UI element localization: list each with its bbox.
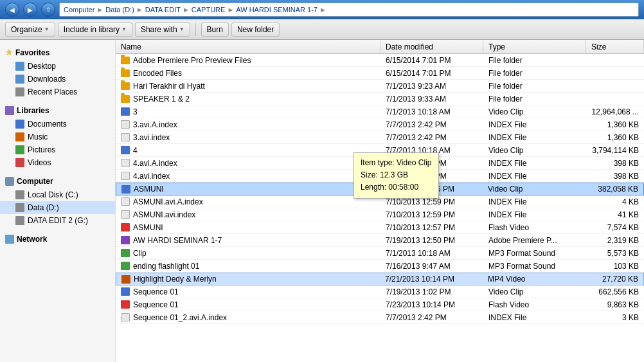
breadcrumb-item[interactable]: Data (D:) <box>105 6 134 14</box>
file-date: 7/7/2013 2:42 PM <box>380 132 483 143</box>
dropdown-arrow-icon: ▼ <box>121 26 127 32</box>
index-icon <box>121 172 130 180</box>
file-row[interactable]: Sequence 017/19/2013 1:02 PMVideo Clip66… <box>116 285 644 298</box>
sidebar-item-data-d[interactable]: Data (D:) <box>0 201 115 214</box>
file-row[interactable]: 37/1/2013 10:18 AMVideo Clip12,964,068 .… <box>116 105 644 118</box>
file-row[interactable]: 3.avi.A.index7/7/2013 2:42 PMINDEX File1… <box>116 118 644 131</box>
libraries-icon <box>5 106 14 115</box>
sidebar-item-data-edit-2-g[interactable]: DATA EDIT 2 (G:) <box>0 214 115 227</box>
mp4-icon <box>121 275 130 284</box>
index-icon <box>121 133 130 141</box>
file-row[interactable]: Sequence 01_2.avi.A.index7/7/2013 2:42 P… <box>116 311 644 324</box>
file-type: INDEX File <box>483 170 586 182</box>
index-icon <box>121 159 130 167</box>
up-button[interactable]: ⇧ <box>41 3 55 17</box>
file-size: 103 KB <box>586 260 644 272</box>
file-date: 7/16/2013 9:47 AM <box>380 260 483 272</box>
drive-g-icon <box>15 216 24 225</box>
file-date: 7/7/2013 2:42 PM <box>380 170 483 182</box>
col-size[interactable]: Size <box>586 40 644 53</box>
sidebar-item-pictures[interactable]: Pictures <box>0 143 115 156</box>
organize-button[interactable]: Organize ▼ <box>5 23 55 37</box>
sidebar-item-local-disk-c[interactable]: Local Disk (C:) <box>0 188 115 201</box>
forward-button[interactable]: ▶ <box>23 3 37 17</box>
sidebar-label: Music <box>28 132 48 141</box>
file-row[interactable]: ASMUNI.avi.index7/10/2013 12:59 PMINDEX … <box>116 208 644 221</box>
desktop-icon <box>15 62 24 71</box>
file-row[interactable]: 4.avi.A.index7/7/2013 2:42 PMINDEX File3… <box>116 157 644 170</box>
breadcrumb-item[interactable]: Computer <box>64 6 94 14</box>
breadcrumb-item[interactable]: AW HARDI SEMINAR 1-7 <box>236 6 318 14</box>
file-row[interactable]: ASMUNI7/10/2013 12:57 PMFlash Video7,574… <box>116 221 644 234</box>
sidebar-section-network[interactable]: Network <box>0 232 115 246</box>
back-button[interactable]: ◀ <box>5 3 19 17</box>
col-name[interactable]: Name <box>116 40 380 53</box>
file-size <box>586 59 644 62</box>
drive-c-icon <box>15 190 24 199</box>
sidebar-item-desktop[interactable]: Desktop <box>0 60 115 73</box>
col-type[interactable]: Type <box>483 40 586 53</box>
file-row[interactable]: ending flashlight 017/16/2013 9:47 AMMP3… <box>116 260 644 273</box>
file-row[interactable]: Encoded Files6/15/2014 7:01 PMFile folde… <box>116 67 644 80</box>
file-type: File folder <box>483 68 586 79</box>
file-size <box>586 85 644 87</box>
mp3-icon <box>121 249 130 257</box>
sidebar-item-downloads[interactable]: Downloads <box>0 73 115 86</box>
sidebar-item-documents[interactable]: Documents <box>0 118 115 131</box>
file-name-cell: ending flashlight 01 <box>116 260 380 272</box>
file-name: Hari Terakhir di Hyatt <box>133 82 205 91</box>
file-name-cell: 4 <box>116 145 380 156</box>
file-name-cell: ASMUNI.avi.A.index <box>116 196 380 208</box>
sidebar-section-label: Favorites <box>15 48 49 57</box>
sidebar-section-favorites[interactable]: ★ Favorites <box>0 45 115 60</box>
file-name: ASMUNI <box>134 185 164 194</box>
avi-icon <box>121 185 130 194</box>
file-row[interactable]: Clip7/1/2013 10:18 AMMP3 Format Sound5,5… <box>116 247 644 260</box>
breadcrumb-item[interactable]: DATA EDIT <box>145 6 181 14</box>
file-row[interactable]: 4.avi.index7/7/2013 2:42 PMINDEX File398… <box>116 170 644 183</box>
breadcrumb[interactable]: Computer ► Data (D:) ► DATA EDIT ► CAPTU… <box>59 3 639 17</box>
file-name-cell: Highlight Dedy & Merlyn <box>116 273 380 285</box>
file-size: 1,360 KB <box>586 132 644 143</box>
sidebar-section-label: Network <box>17 235 47 244</box>
file-row[interactable]: Sequence 017/23/2013 10:14 PMFlash Video… <box>116 298 644 311</box>
include-library-button[interactable]: Include in library ▼ <box>58 23 132 37</box>
burn-button[interactable]: Burn <box>201 23 229 37</box>
file-row[interactable]: AW HARDI SEMINAR 1-77/19/2013 12:50 PMAd… <box>116 234 644 247</box>
breadcrumb-item[interactable]: CAPTURE <box>192 6 226 14</box>
file-row[interactable]: ASMUNI7/10/2013 12:56 PMVideo Clip382,05… <box>116 183 644 195</box>
file-size: 7,574 KB <box>586 222 644 233</box>
folder-icon <box>121 95 130 103</box>
file-type: File folder <box>483 93 586 105</box>
file-row[interactable]: Adobe Premiere Pro Preview Files6/15/201… <box>116 54 644 67</box>
file-date: 7/1/2013 9:33 AM <box>380 93 483 105</box>
file-row[interactable]: Hari Terakhir di Hyatt7/1/2013 9:23 AMFi… <box>116 80 644 93</box>
col-date[interactable]: Date modified <box>380 40 483 53</box>
music-icon <box>15 132 24 141</box>
file-size: 2,319 KB <box>586 235 644 246</box>
sidebar-section-computer[interactable]: Computer <box>0 174 115 188</box>
file-name: ASMUNI.avi.index <box>133 210 195 219</box>
pictures-icon <box>15 145 24 154</box>
file-name-cell: 4.avi.index <box>116 170 380 182</box>
share-button[interactable]: Share with ▼ <box>135 23 190 37</box>
sidebar-item-videos[interactable]: Videos <box>0 156 115 169</box>
file-date: 7/21/2013 10:14 PM <box>380 273 483 285</box>
file-type: Video Clip <box>483 106 586 118</box>
file-row[interactable]: SPEAKER 1 & 27/1/2013 9:33 AMFile folder <box>116 93 644 105</box>
column-headers: Name Date modified Type Size <box>116 40 644 54</box>
sidebar-label: Downloads <box>28 75 66 84</box>
sidebar-item-recent-places[interactable]: Recent Places <box>0 86 115 98</box>
file-type: MP3 Format Sound <box>483 248 586 259</box>
file-name: 4.avi.A.index <box>133 159 177 168</box>
new-folder-button[interactable]: New folder <box>231 23 280 37</box>
sidebar-item-music[interactable]: Music <box>0 131 115 143</box>
file-row[interactable]: Highlight Dedy & Merlyn7/21/2013 10:14 P… <box>116 273 644 285</box>
file-row[interactable]: ASMUNI.avi.A.index7/10/2013 12:59 PMINDE… <box>116 195 644 208</box>
file-row[interactable]: 3.avi.index7/7/2013 2:42 PMINDEX File1,3… <box>116 131 644 144</box>
breadcrumb-sep: ► <box>136 6 143 14</box>
file-name: Clip <box>133 249 147 258</box>
file-date: 7/23/2013 10:14 PM <box>380 299 483 311</box>
file-row[interactable]: 47/7/2013 10:18 AMVideo Clip3,794,114 KB <box>116 144 644 157</box>
sidebar-section-libraries[interactable]: Libraries <box>0 104 115 118</box>
